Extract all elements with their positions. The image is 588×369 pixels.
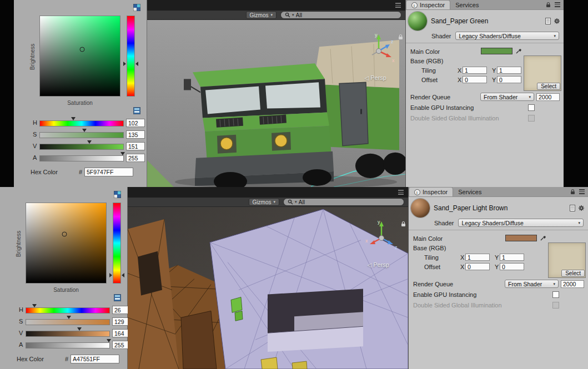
projection-mode-label[interactable]: ◁ Persp <box>368 261 389 268</box>
render-queue-value-input[interactable] <box>536 93 560 101</box>
scene-viewport-house[interactable]: y x z ◁ Persp <box>128 207 408 369</box>
lock-icon[interactable] <box>546 2 551 8</box>
gizmos-button[interactable]: Gizmos▾ <box>246 11 277 19</box>
search-icon <box>285 12 290 18</box>
h-slider-track[interactable] <box>26 307 110 314</box>
saturation-brightness-box[interactable] <box>39 16 120 97</box>
hue-slider[interactable] <box>113 203 121 284</box>
tiling-x-input[interactable] <box>463 67 487 74</box>
a-slider-thumb[interactable] <box>120 152 125 155</box>
shader-dropdown[interactable]: Legacy Shaders/Diffuse▾ <box>458 219 584 227</box>
gear-icon[interactable] <box>578 205 585 211</box>
hex-color-label: Hex Color <box>17 356 44 362</box>
s-slider-track[interactable] <box>26 319 110 325</box>
h-value-input[interactable] <box>126 119 145 127</box>
gizmos-button[interactable]: Gizmos▾ <box>249 198 279 206</box>
tab-services[interactable]: Services <box>450 0 484 9</box>
offset-x-input[interactable] <box>463 76 487 83</box>
lock-icon[interactable] <box>401 219 406 229</box>
window-menu-icon[interactable] <box>398 190 404 195</box>
axis-y-label[interactable]: y <box>378 219 380 225</box>
scene-orientation-gizmo[interactable]: y z x <box>361 31 396 67</box>
offset-y-input[interactable] <box>497 76 521 83</box>
a-value-input[interactable] <box>126 154 145 162</box>
axis-z-label[interactable]: z <box>391 39 394 44</box>
double-sided-gi-checkbox <box>552 302 559 309</box>
main-color-swatch[interactable] <box>481 48 512 54</box>
lock-icon[interactable] <box>570 189 575 195</box>
s-slider-track[interactable] <box>39 132 124 138</box>
axis-x-label[interactable]: x <box>365 238 368 244</box>
hex-color-input[interactable] <box>71 355 119 363</box>
main-color-swatch[interactable] <box>505 235 537 241</box>
gear-icon[interactable] <box>554 18 560 24</box>
search-filter-caret-icon[interactable]: ▾ <box>295 200 297 204</box>
tab-inspector[interactable]: i Inspector <box>406 0 450 9</box>
tiling-y-input[interactable] <box>497 67 521 74</box>
a-slider-track[interactable] <box>26 342 110 348</box>
projection-mode-label[interactable]: ◁ Persp <box>365 74 386 81</box>
a-slider-thumb[interactable] <box>107 339 111 342</box>
doc-icon[interactable] <box>570 205 575 211</box>
scene-search-input[interactable] <box>299 199 400 205</box>
h-slider-track[interactable] <box>39 120 124 127</box>
shader-dropdown[interactable]: Legacy Shaders/Diffuse▾ <box>455 32 559 40</box>
scene-search-input[interactable] <box>296 12 397 18</box>
tiling-y-input[interactable] <box>500 254 524 261</box>
v-slider-track[interactable] <box>26 331 110 337</box>
window-menu-icon[interactable] <box>395 3 401 8</box>
tab-services[interactable]: Services <box>453 187 486 196</box>
slider-mode-icon[interactable] <box>133 107 140 117</box>
render-queue-dropdown[interactable]: From Shader▾ <box>480 93 534 101</box>
h-slider-thumb[interactable] <box>71 117 76 120</box>
offset-label: Offset <box>424 264 455 270</box>
lock-icon[interactable] <box>398 32 403 42</box>
hex-color-label: Hex Color <box>31 169 58 175</box>
tiling-x-input[interactable] <box>465 254 490 261</box>
hex-color-input[interactable] <box>84 168 133 176</box>
offset-y-input[interactable] <box>500 263 524 270</box>
v-value-input[interactable] <box>126 142 145 150</box>
color-selection-marker[interactable] <box>62 232 67 237</box>
hex-color-row: Hex Color # <box>14 168 147 178</box>
offset-x-input[interactable] <box>465 263 490 270</box>
eyedropper-icon[interactable] <box>515 47 522 55</box>
scene-search-field[interactable]: ▾ <box>280 11 401 19</box>
axis-y-label[interactable]: y <box>375 32 378 38</box>
s-label: S <box>19 318 23 325</box>
eyedropper-icon[interactable] <box>540 234 547 242</box>
v-slider-thumb[interactable] <box>87 140 92 144</box>
hue-slider[interactable] <box>127 16 135 97</box>
s-slider-thumb[interactable] <box>82 129 87 132</box>
color-swatch-icon[interactable] <box>114 190 121 200</box>
tab-inspector[interactable]: i Inspector <box>409 187 453 196</box>
render-queue-dropdown[interactable]: From Shader▾ <box>505 280 559 288</box>
s-value-input[interactable] <box>126 130 145 139</box>
slider-mode-icon[interactable] <box>114 294 121 304</box>
h-slider-thumb[interactable] <box>32 304 37 307</box>
material-preview-sphere[interactable] <box>411 199 430 218</box>
tab-menu-icon[interactable] <box>579 189 585 194</box>
material-name: Sand_Paper Light Brown <box>434 204 566 212</box>
s-slider-thumb[interactable] <box>67 316 71 319</box>
render-queue-row: Render Queue From Shader▾ <box>409 279 588 289</box>
render-queue-value-input[interactable] <box>561 280 584 288</box>
a-slider-row: A <box>14 153 147 164</box>
scene-orientation-gizmo[interactable]: y x z <box>364 218 399 254</box>
material-preview-sphere[interactable] <box>408 12 427 31</box>
doc-icon[interactable] <box>545 18 551 24</box>
a-slider-track[interactable] <box>39 155 124 161</box>
saturation-brightness-box[interactable] <box>26 203 107 284</box>
v-slider-thumb[interactable] <box>77 327 82 331</box>
color-selection-marker[interactable] <box>80 47 85 52</box>
axis-z-label[interactable]: z <box>395 245 398 250</box>
tab-menu-icon[interactable] <box>555 2 560 7</box>
search-filter-caret-icon[interactable]: ▾ <box>292 13 294 17</box>
v-slider-track[interactable] <box>39 144 124 150</box>
axis-x-label[interactable]: x <box>392 58 395 63</box>
gpu-instancing-checkbox[interactable] <box>552 291 559 298</box>
scene-viewport-truck[interactable]: y z x ◁ Persp <box>147 20 405 187</box>
color-swatch-icon[interactable] <box>133 3 140 13</box>
gpu-instancing-checkbox[interactable] <box>528 104 535 111</box>
scene-search-field[interactable]: ▾ <box>283 198 404 206</box>
